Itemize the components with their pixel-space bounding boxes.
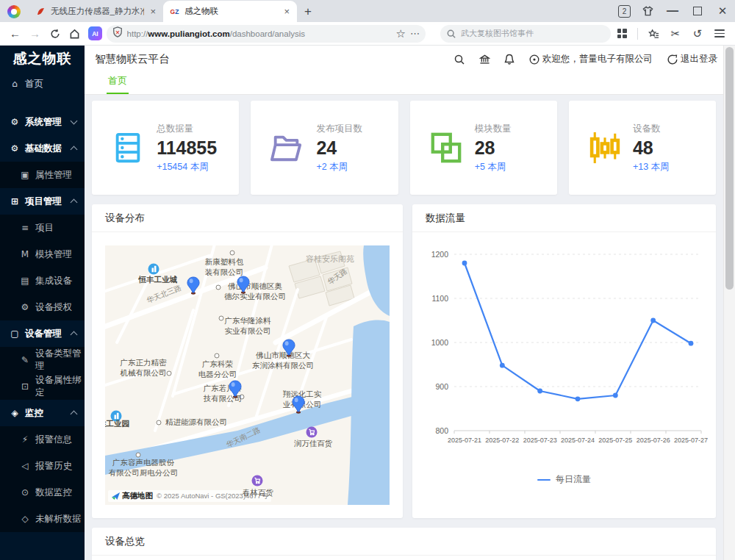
- home-button[interactable]: [65, 25, 84, 43]
- bookmark-star-icon[interactable]: ☆: [396, 27, 406, 40]
- stat-card-发布项目数: 发布项目数24+2 本周: [251, 101, 398, 195]
- welcome-user[interactable]: 欢迎您，普量电子有限公司: [522, 53, 660, 65]
- sidebar-item-设备授权[interactable]: ⚙设备授权: [0, 294, 85, 320]
- sidebar-item-项目[interactable]: ≡项目: [0, 215, 85, 241]
- svg-text:2025-07-27: 2025-07-27: [673, 437, 707, 444]
- map-building-icon: [148, 264, 159, 275]
- chevron-up-icon: [71, 411, 78, 418]
- data-flow-panel: 数据流量 8009001000110012002025-07-212025-07…: [412, 204, 716, 518]
- device-map[interactable]: 高德地图 © 2025 AutoNavi - GS(2023)4677号 新康塑…: [105, 245, 390, 505]
- scrollbar-thumb[interactable]: [725, 47, 734, 290]
- map-poi-dot-icon: [230, 251, 235, 256]
- svg-text:800: 800: [435, 426, 448, 435]
- map-place-label: 广东容声电器股份 有限公司厨电分公司: [109, 458, 179, 478]
- ai-assistant-icon[interactable]: AI: [88, 26, 101, 40]
- candlestick-icon: [589, 132, 621, 164]
- sidebar-item-报警信息[interactable]: ⚡报警信息: [0, 426, 85, 453]
- list-icon: ≡: [20, 223, 30, 233]
- sidebar-item-系统管理[interactable]: ⚙系统管理: [0, 109, 85, 135]
- tab-close-icon[interactable]: ×: [282, 7, 291, 16]
- browser-menu-icon[interactable]: [710, 25, 729, 43]
- tab-home[interactable]: 首页: [107, 74, 129, 94]
- map-poi-dot-icon: [157, 420, 162, 426]
- chart-legend[interactable]: 每日流量: [537, 473, 591, 486]
- url-text[interactable]: http://www.puliangiot.com/dashboard/anal…: [127, 29, 392, 38]
- browser-window: 无线压力传感器_静力水准仪_ × GZ 感之物联 × + 2 — ✕ ← → A…: [0, 0, 735, 560]
- map-place-label: 恒丰工业城: [139, 275, 178, 285]
- map-device-marker-icon[interactable]: [186, 276, 201, 298]
- sidebar-item-设备属性绑定[interactable]: ⊡设备属性绑定: [0, 373, 85, 400]
- apps-grid-icon[interactable]: [612, 25, 631, 43]
- browser-search-box[interactable]: 武大复核图书馆事件: [440, 25, 611, 43]
- tab-close-icon[interactable]: ×: [148, 7, 157, 16]
- browser-tab-inactive[interactable]: 无线压力传感器_静力水准仪_ ×: [29, 1, 163, 22]
- integrated-device-icon: ▤: [20, 276, 30, 286]
- new-tab-button[interactable]: +: [297, 4, 319, 22]
- map-place-label: 新康塑料包 装有限公司: [205, 257, 244, 277]
- svg-text:2025-07-26: 2025-07-26: [636, 437, 670, 444]
- gear-icon: ⚙: [10, 117, 20, 127]
- minimize-button[interactable]: —: [660, 0, 685, 22]
- svg-text:900: 900: [435, 382, 448, 391]
- address-bar[interactable]: ✕ http://www.puliangiot.com/dashboard/an…: [107, 25, 426, 43]
- map-device-marker-icon[interactable]: [291, 395, 306, 417]
- tab-count-badge[interactable]: 2: [618, 5, 631, 18]
- sidebar-item-设备类型管理[interactable]: ✎设备类型管理: [0, 347, 85, 373]
- sidebar-item-集成设备[interactable]: ▤集成设备: [0, 268, 85, 294]
- history-undo-icon[interactable]: ↺: [688, 25, 707, 43]
- gear-icon: ⚙: [10, 143, 20, 154]
- organization-bank-icon[interactable]: [472, 54, 497, 65]
- svg-text:2025-07-24: 2025-07-24: [560, 437, 594, 444]
- home-icon: ⌂: [10, 79, 20, 89]
- page-header: 智慧物联云平台 欢迎您，普量电子有限公司: [85, 46, 735, 73]
- stat-card-模块数量: 模块数量28+5 本周: [410, 101, 557, 195]
- panel-title: 设备分布: [92, 204, 403, 232]
- browser-tab-active[interactable]: GZ 感之物联 ×: [163, 1, 297, 22]
- sidebar-item-未解析数据[interactable]: ◇未解析数据: [0, 506, 85, 532]
- forward-button[interactable]: →: [26, 25, 44, 43]
- sidebar-item-项目管理[interactable]: ⊞项目管理: [0, 188, 85, 215]
- gear-icon: ⚙: [20, 302, 30, 312]
- favorites-icon[interactable]: [644, 25, 663, 43]
- back-button[interactable]: ←: [6, 25, 24, 43]
- site-security-shield-icon[interactable]: ✕: [112, 26, 123, 40]
- logout-button[interactable]: 退出登录: [660, 53, 725, 65]
- browser-toolbar: ← → AI ✕ http://www.puliangiot.com/dashb…: [0, 22, 735, 46]
- platform-title: 智慧物联云平台: [95, 52, 170, 66]
- more-actions-icon[interactable]: ⋯: [410, 28, 420, 39]
- map-device-marker-icon[interactable]: [228, 380, 243, 401]
- theme-skin-icon[interactable]: [635, 0, 660, 22]
- svg-text:2025-07-23: 2025-07-23: [523, 437, 556, 444]
- folder-icon: [269, 132, 304, 164]
- close-button[interactable]: ✕: [710, 0, 735, 22]
- map-device-marker-icon[interactable]: [282, 339, 297, 360]
- maximize-button[interactable]: [685, 0, 710, 22]
- tab-title: 感之物联: [184, 6, 278, 17]
- daily-flow-line-chart[interactable]: 8009001000110012002025-07-212025-07-2220…: [420, 243, 709, 463]
- sidebar-item-模块管理[interactable]: M模块管理: [0, 241, 85, 268]
- sidebar-item-监控[interactable]: ◈监控: [0, 400, 85, 426]
- svg-text:2025-07-25: 2025-07-25: [598, 437, 632, 444]
- unparsed-data-icon: ◇: [20, 514, 30, 524]
- database-icon: [111, 131, 145, 165]
- sidebar-item-首页[interactable]: ⌂首页: [0, 72, 85, 96]
- browser-logo-icon[interactable]: [7, 5, 21, 18]
- sidebar-item-数据监控[interactable]: ⊙数据监控: [0, 479, 85, 506]
- map-place-label: 广东科荣 电器分公司: [198, 359, 237, 379]
- sidebar-item-属性管理[interactable]: ▣属性管理: [0, 162, 85, 188]
- page-scrollbar[interactable]: [723, 46, 735, 560]
- svg-text:✕: ✕: [115, 29, 120, 36]
- map-device-marker-icon[interactable]: [236, 276, 251, 297]
- screenshot-scissors-icon[interactable]: ✂: [666, 25, 685, 43]
- map-place-label: 精进能源有限公司: [165, 417, 227, 428]
- brand-logo: 感之物联: [0, 46, 85, 72]
- sidebar-item-报警历史[interactable]: ◁报警历史: [0, 453, 85, 479]
- reload-button[interactable]: [46, 25, 64, 43]
- amap-logo-icon: [111, 492, 121, 500]
- sidebar-item-基础数据[interactable]: ⚙基础数据: [0, 135, 85, 162]
- stat-card-总数据量: 总数据量114855+15454 本周: [92, 101, 239, 195]
- header-search-icon[interactable]: [447, 54, 472, 65]
- sidebar-item-设备管理[interactable]: ▢设备管理: [0, 320, 85, 347]
- notifications-bell-icon[interactable]: [497, 54, 522, 65]
- logout-icon: [667, 54, 678, 65]
